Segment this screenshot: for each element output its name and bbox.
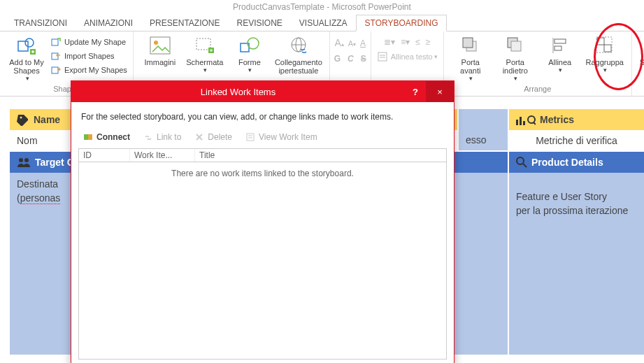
storyboard-links-button[interactable]: Storyboard Links	[636, 33, 644, 76]
details-header-cell[interactable]: Product Details	[509, 152, 644, 173]
import-shapes-button[interactable]: Import Shapes	[49, 50, 129, 62]
increase-font-button[interactable]: A▴	[334, 37, 343, 48]
svg-rect-29	[597, 38, 604, 45]
porta-indietro-button[interactable]: Porta indietro▾	[493, 33, 538, 83]
svg-point-1	[25, 38, 34, 47]
col-work-item[interactable]: Work Ite...	[130, 149, 195, 162]
esso-fragment: esso	[459, 109, 508, 150]
delete-button[interactable]: Delete	[191, 130, 235, 144]
tab-animazioni[interactable]: ANIMAZIONI	[76, 15, 141, 31]
allinea-testo-label: Allinea testo	[391, 52, 433, 61]
metrics-header-cell[interactable]: Metrics	[509, 109, 644, 130]
connect-button[interactable]: Connect	[80, 130, 133, 144]
tab-storyboarding[interactable]: STORYBOARDING	[356, 15, 448, 31]
linked-work-items-dialog: Linked Work Items ? × For the selected s…	[71, 80, 455, 363]
metrics-body-cell[interactable]: Metriche di verifica	[509, 131, 644, 150]
connect-icon	[83, 131, 94, 143]
col-id[interactable]: ID	[79, 149, 130, 162]
details-body-l2: per la prossima iterazione	[516, 205, 628, 216]
svg-rect-19	[378, 52, 387, 61]
svg-point-36	[20, 117, 22, 119]
target-body-l1: Destinata	[17, 178, 58, 190]
delete-icon	[194, 131, 205, 143]
dialog-toolbar: Connect Link to Delete View Work Item	[71, 129, 454, 148]
chevron-down-icon: ▾	[514, 75, 517, 82]
target-body-paren: (	[17, 192, 20, 204]
collegamento-button[interactable]: Collegamento ipertestuale	[272, 33, 325, 76]
clear-format-button[interactable]: A	[360, 38, 366, 48]
svg-rect-27	[554, 39, 566, 43]
export-my-shapes-button[interactable]: Export My Shapes	[49, 64, 129, 76]
export-my-shapes-label: Export My Shapes	[64, 66, 127, 74]
allinea-button[interactable]: Allinea▾	[538, 33, 582, 83]
import-shapes-icon	[50, 50, 62, 62]
chevron-down-icon: ▾	[203, 66, 207, 73]
svg-rect-46	[84, 134, 88, 140]
dialog-close-button[interactable]: ×	[426, 81, 454, 102]
view-work-item-button[interactable]: View Work Item	[242, 130, 320, 144]
view-item-icon	[245, 131, 256, 143]
svg-line-45	[523, 164, 527, 167]
target-header-label: Target G	[35, 157, 75, 168]
tab-visualizza[interactable]: VISUALIZZA	[291, 15, 356, 31]
tab-transizioni[interactable]: TRANSIZIONI	[6, 15, 76, 31]
ribbon-tabs: TRANSIZIONI ANIMAZIONI PRESENTAZIONE REV…	[0, 14, 644, 31]
align-icon	[549, 34, 571, 57]
forme-label: Forme	[238, 58, 261, 66]
update-my-shape-button[interactable]: Update My Shape	[49, 36, 129, 48]
raggruppa-button[interactable]: Raggruppa▾	[582, 33, 627, 83]
people-icon	[17, 157, 31, 168]
link-to-label: Link to	[157, 132, 181, 142]
decrease-font-button[interactable]: A▾	[348, 39, 356, 48]
dialog-titlebar: Linked Work Items ? ×	[71, 81, 454, 102]
tab-revisione[interactable]: REVISIONE	[229, 15, 291, 31]
svg-rect-39	[516, 120, 518, 125]
connect-label: Connect	[96, 132, 130, 142]
add-to-my-shapes-label: Add to My Shapes	[9, 58, 44, 75]
image-icon	[149, 34, 171, 57]
add-to-my-shapes-button[interactable]: Add to My Shapes ▾	[4, 33, 49, 83]
group-label-arrange: Arrange	[448, 85, 627, 94]
svg-point-9	[154, 41, 158, 45]
immagini-label: Immagini	[145, 58, 176, 66]
chevron-down-icon: ▾	[469, 75, 473, 82]
import-shapes-label: Import Shapes	[64, 52, 115, 60]
bullets-button[interactable]: ≣▾	[384, 37, 395, 47]
svg-rect-30	[604, 45, 611, 52]
group-icon	[594, 34, 616, 57]
svg-point-42	[528, 116, 535, 123]
svg-rect-41	[523, 121, 525, 125]
update-my-shape-label: Update My Shape	[64, 38, 126, 46]
svg-point-44	[517, 157, 524, 164]
tab-presentazione[interactable]: PRESENTAZIONE	[141, 15, 228, 31]
strike-button[interactable]: S	[361, 54, 366, 64]
schermata-label: Schermata	[186, 58, 223, 66]
forme-button[interactable]: Forme▾	[227, 33, 272, 76]
link-to-button[interactable]: Link to	[140, 130, 184, 144]
schermata-button[interactable]: Schermata▾	[183, 33, 227, 76]
porta-avanti-button[interactable]: Porta avanti▾	[448, 33, 493, 83]
bring-forward-icon	[459, 34, 482, 57]
immagini-button[interactable]: Immagini	[138, 33, 183, 76]
svg-rect-40	[520, 117, 522, 125]
dialog-help-button[interactable]: ?	[405, 87, 426, 97]
details-body-cell[interactable]: Feature e User Story per la prossima ite…	[509, 173, 644, 355]
storyboard-links-label: Storyboard Links	[640, 58, 644, 75]
grid-empty-message: There are no work items linked to the st…	[79, 169, 446, 178]
shapes-icon	[238, 34, 261, 57]
col-title[interactable]: Title	[195, 149, 446, 162]
chevron-down-icon: ▾	[26, 75, 29, 82]
name-header-label: Name	[34, 114, 60, 125]
numbering-button[interactable]: ≡▾	[401, 37, 410, 47]
outdent-button[interactable]: ≤	[415, 37, 420, 47]
svg-rect-7	[52, 67, 58, 73]
allinea-testo-button[interactable]: Allinea testo▾	[375, 48, 439, 63]
work-items-grid[interactable]: ID Work Ite... Title There are no work i…	[78, 148, 447, 360]
svg-point-38	[24, 158, 29, 162]
italic-button[interactable]: C	[348, 54, 354, 64]
svg-rect-25	[511, 41, 521, 51]
bold-button[interactable]: G	[334, 54, 341, 64]
chevron-down-icon: ▾	[559, 66, 562, 73]
collegamento-label: Collegamento ipertestuale	[275, 58, 322, 75]
indent-button[interactable]: ≥	[426, 37, 431, 47]
